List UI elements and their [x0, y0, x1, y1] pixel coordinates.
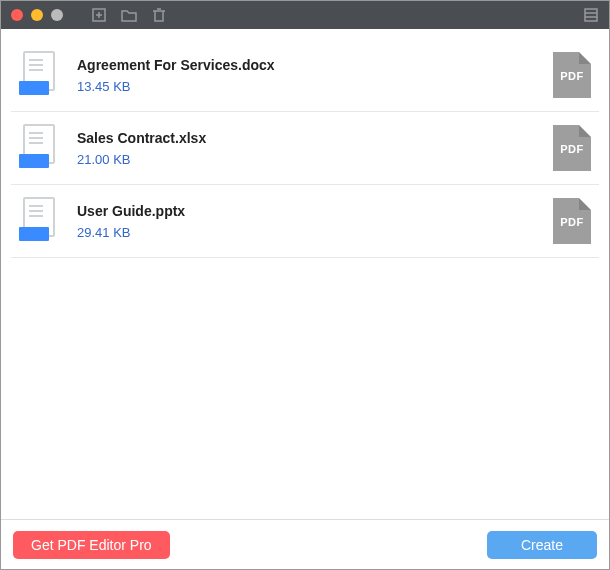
- add-file-icon[interactable]: [91, 7, 107, 23]
- maximize-icon: [51, 9, 63, 21]
- pdf-label: PDF: [553, 143, 591, 155]
- pdf-target-icon: PDF: [553, 198, 591, 244]
- file-name: Sales Contract.xlsx: [77, 130, 535, 146]
- get-pro-button[interactable]: Get PDF Editor Pro: [13, 531, 170, 559]
- file-text: Agreement For Services.docx 13.45 KB: [77, 57, 535, 94]
- pdf-target-icon: PDF: [553, 125, 591, 171]
- file-size: 29.41 KB: [77, 225, 535, 240]
- file-size: 21.00 KB: [77, 152, 535, 167]
- document-icon: [19, 197, 59, 245]
- pdf-label: PDF: [553, 216, 591, 228]
- file-row[interactable]: Sales Contract.xlsx 21.00 KB PDF: [11, 112, 599, 185]
- file-row[interactable]: User Guide.pptx 29.41 KB PDF: [11, 185, 599, 258]
- titlebar: [1, 1, 609, 29]
- folder-icon[interactable]: [121, 7, 137, 23]
- pdf-label: PDF: [553, 70, 591, 82]
- file-name: User Guide.pptx: [77, 203, 535, 219]
- list-view-icon[interactable]: [583, 7, 599, 23]
- document-icon: [19, 51, 59, 99]
- window-controls: [11, 9, 63, 21]
- file-name: Agreement For Services.docx: [77, 57, 535, 73]
- document-icon: [19, 124, 59, 172]
- file-list-area: Agreement For Services.docx 13.45 KB PDF…: [1, 29, 609, 519]
- footer: Get PDF Editor Pro Create: [1, 519, 609, 569]
- minimize-icon[interactable]: [31, 9, 43, 21]
- file-size: 13.45 KB: [77, 79, 535, 94]
- file-text: User Guide.pptx 29.41 KB: [77, 203, 535, 240]
- pdf-target-icon: PDF: [553, 52, 591, 98]
- svg-rect-4: [585, 9, 597, 21]
- close-icon[interactable]: [11, 9, 23, 21]
- trash-icon[interactable]: [151, 7, 167, 23]
- create-button[interactable]: Create: [487, 531, 597, 559]
- file-row[interactable]: Agreement For Services.docx 13.45 KB PDF: [11, 39, 599, 112]
- file-text: Sales Contract.xlsx 21.00 KB: [77, 130, 535, 167]
